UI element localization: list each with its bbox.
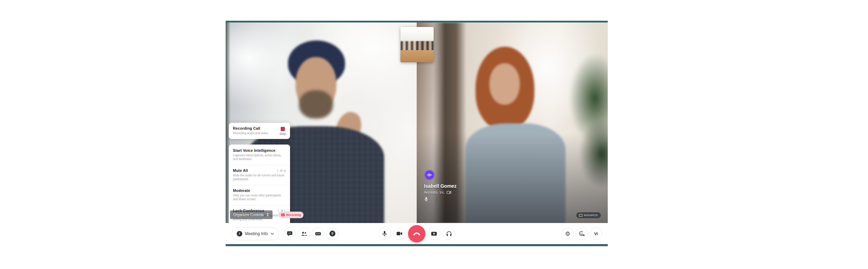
chat-icon bbox=[287, 231, 293, 236]
decorative-shade bbox=[417, 133, 608, 223]
participants-button[interactable] bbox=[298, 228, 310, 240]
mic-small-icon[interactable] bbox=[424, 197, 428, 202]
recording-call-title: Recording Call bbox=[233, 126, 269, 130]
help-button[interactable]: ? bbox=[326, 228, 338, 240]
unfold-icon bbox=[266, 213, 269, 217]
organizer-controls-dropdown[interactable]: Organizer Controls bbox=[230, 210, 273, 219]
chat-button[interactable] bbox=[283, 228, 296, 240]
speaking-indicator bbox=[425, 170, 434, 179]
menu-item-moderate[interactable]: Moderate Only you can mute other partici… bbox=[229, 185, 290, 205]
kebab-menu-icon[interactable]: ⋮ bbox=[434, 197, 439, 202]
recordings-icon bbox=[315, 231, 321, 236]
meeting-toolbar: i Meeting Info bbox=[226, 223, 608, 244]
minimize-stage-button[interactable]: Minimize bbox=[576, 212, 601, 218]
settings-button[interactable]: ⚙ bbox=[561, 228, 574, 240]
hang-up-icon bbox=[413, 230, 421, 238]
toolbar-right-group: ⚙ Vi bbox=[561, 223, 602, 244]
info-icon: i bbox=[237, 231, 242, 236]
add-reaction-icon bbox=[579, 231, 585, 237]
page-canvas: Isabell Gomez Aerolabs, Inc. ⋮ bbox=[0, 0, 868, 269]
stop-icon bbox=[281, 127, 285, 131]
menu-item-mute-all[interactable]: Mute All ⇧ ⌘ M Mute the audio for all cu… bbox=[229, 165, 290, 185]
pip-thumbnail[interactable] bbox=[400, 27, 434, 62]
participants-icon bbox=[301, 231, 307, 236]
add-reaction-button[interactable] bbox=[576, 228, 588, 240]
headphones-icon bbox=[446, 231, 452, 236]
meeting-info-button[interactable]: i Meeting Info bbox=[232, 227, 279, 240]
audio-wave-icon bbox=[427, 173, 432, 177]
chevron-down-icon bbox=[271, 233, 274, 235]
microphone-icon bbox=[382, 231, 387, 237]
voice-intelligence-button[interactable]: Vi bbox=[590, 228, 602, 240]
mute-mic-button[interactable] bbox=[378, 228, 391, 240]
help-icon: ? bbox=[329, 231, 335, 236]
screen-share-button[interactable] bbox=[428, 228, 440, 240]
decorative-shape bbox=[400, 50, 434, 62]
audio-output-button[interactable] bbox=[443, 228, 455, 240]
participant-company: Aerolabs, Inc. bbox=[424, 191, 451, 194]
recordings-button[interactable] bbox=[312, 228, 324, 240]
decorative-shape bbox=[489, 63, 520, 105]
video-camera-icon bbox=[396, 231, 403, 236]
video-stage: Isabell Gomez Aerolabs, Inc. ⋮ bbox=[226, 22, 608, 223]
camera-small-icon bbox=[447, 191, 451, 194]
screen-share-icon bbox=[431, 231, 437, 236]
menu-item-start-voice-intelligence[interactable]: Start Voice Intelligence Captures transc… bbox=[229, 145, 290, 165]
minimize-icon bbox=[579, 214, 582, 217]
hang-up-button[interactable] bbox=[408, 225, 425, 242]
recording-badge: Recording bbox=[278, 212, 304, 218]
toolbar-center-group bbox=[378, 223, 455, 244]
recording-reel-icon bbox=[281, 213, 285, 216]
recording-call-description: Recording audio and video. bbox=[233, 131, 269, 135]
participant-name: Isabell Gomez bbox=[424, 183, 456, 189]
recording-call-card: Recording Call Recording audio and video… bbox=[229, 123, 290, 139]
shortcut-badge: ⇧ ⌘ M bbox=[277, 169, 286, 173]
stop-recording-button[interactable]: Stop bbox=[279, 126, 286, 136]
camera-button[interactable] bbox=[393, 228, 406, 240]
participant-controls: ⋮ bbox=[424, 197, 439, 202]
decorative-shape bbox=[299, 90, 333, 119]
toolbar-left-group: i Meeting Info bbox=[232, 223, 338, 244]
meeting-app-window: Isabell Gomez Aerolabs, Inc. ⋮ bbox=[226, 21, 608, 246]
decorative-shape bbox=[400, 27, 434, 41]
gear-icon: ⚙ bbox=[565, 230, 570, 237]
